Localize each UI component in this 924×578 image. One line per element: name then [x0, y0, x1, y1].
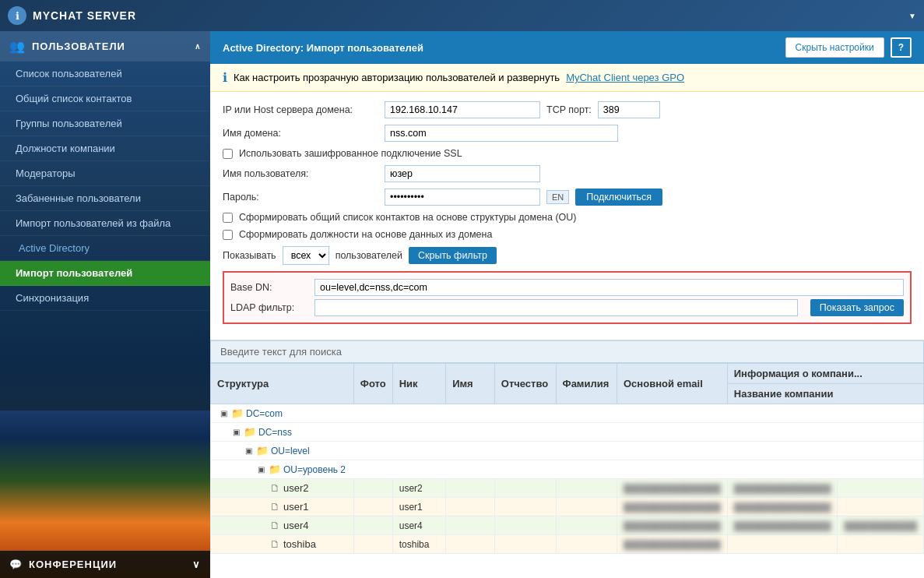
- users-chevron-icon: ∧: [195, 42, 201, 51]
- sidebar-item-users-list[interactable]: Список пользователей: [0, 62, 210, 86]
- sidebar-item-active-directory[interactable]: Active Directory: [0, 236, 210, 261]
- info-link[interactable]: MyChat Client через GPO: [566, 72, 684, 83]
- hide-settings-button[interactable]: Скрыть настройки: [785, 37, 884, 58]
- th-name: Имя: [446, 364, 495, 404]
- user-photo: [353, 516, 392, 535]
- sidebar-conferences-header[interactable]: 💬 КОНФЕРЕНЦИИ ∨: [0, 551, 210, 578]
- ssl-checkbox[interactable]: [223, 149, 233, 159]
- conferences-icon: 💬: [9, 559, 23, 570]
- user-email: ████████████████: [617, 516, 728, 535]
- tcp-input[interactable]: [598, 101, 660, 118]
- user-company-name: [838, 535, 924, 554]
- collapse-icon[interactable]: ▣: [233, 428, 240, 436]
- th-familiya: Фамилия: [556, 364, 617, 404]
- sidebar-item-groups[interactable]: Группы пользователей: [0, 111, 210, 136]
- search-placeholder: Введите текст для поиска: [220, 346, 342, 358]
- user-lastname: [556, 516, 617, 535]
- th-nik: Ник: [392, 364, 445, 404]
- user-lastname: [556, 498, 617, 516]
- user-nik: user2: [392, 479, 445, 498]
- content-area: Active Directory: Импорт пользователей С…: [210, 31, 924, 578]
- base-dn-input[interactable]: [314, 279, 904, 296]
- user-name: toshiba: [283, 538, 316, 550]
- positions-label: Сформировать должности на основе данных …: [239, 229, 492, 240]
- password-label: Пароль:: [223, 192, 378, 203]
- top-bar: ℹ MYCHAT SERVER ▼: [0, 0, 924, 31]
- sidebar-item-banned[interactable]: Забаненные пользователи: [0, 186, 210, 211]
- filter-box: Base DN: LDAP фильтр: Показать запрос: [223, 271, 912, 324]
- contacts-row: Сформировать общий список контактов на о…: [223, 212, 912, 223]
- users-section-icon: 👥: [9, 39, 26, 54]
- lang-badge: EN: [546, 190, 569, 204]
- user-lastname: [556, 535, 617, 554]
- user-email: ████████████████: [617, 535, 728, 554]
- user-icon: 🗋: [270, 501, 280, 513]
- ldap-input[interactable]: [314, 299, 798, 316]
- filter-select[interactable]: всех: [283, 246, 329, 265]
- username-input[interactable]: [385, 165, 540, 182]
- th-company-name: Название компании: [727, 384, 923, 404]
- help-button[interactable]: ?: [891, 37, 912, 58]
- user-firstname: [446, 516, 495, 535]
- ssl-label: Использовать зашифрованное подключение S…: [239, 148, 462, 159]
- connect-button[interactable]: Подключиться: [575, 189, 662, 206]
- user-photo: [353, 498, 392, 516]
- user-photo: [353, 535, 392, 554]
- server-title: MYCHAT SERVER: [33, 9, 905, 22]
- ssl-row: Использовать зашифрованное подключение S…: [223, 148, 912, 159]
- user-firstname: [446, 479, 495, 498]
- positions-row: Сформировать должности на основе данных …: [223, 229, 912, 240]
- sidebar-item-sync[interactable]: Синхронизация: [0, 286, 210, 311]
- sidebar-item-import-users[interactable]: Импорт пользователей: [0, 261, 210, 286]
- sidebar-item-moderators[interactable]: Модераторы: [0, 161, 210, 186]
- settings-form: IP или Host сервера домена: TCP порт: Им…: [210, 92, 924, 340]
- user-company-name: [838, 498, 924, 516]
- user-company-info: ████████████████: [727, 516, 838, 535]
- folder-icon: 📁: [244, 426, 256, 438]
- users-label: пользователей: [336, 250, 402, 261]
- domain-input[interactable]: [385, 125, 618, 142]
- user-email: ████████████████: [617, 498, 728, 516]
- user-company-info: [727, 535, 838, 554]
- ip-label: IP или Host сервера домена:: [223, 104, 378, 115]
- sidebar-item-positions[interactable]: Должности компании: [0, 136, 210, 161]
- collapse-icon[interactable]: ▣: [220, 409, 227, 418]
- user-patronymic: [494, 535, 556, 554]
- topbar-arrow[interactable]: ▼: [908, 12, 916, 20]
- user-patronymic: [494, 516, 556, 535]
- user-name: user4: [283, 520, 309, 531]
- user-company-info: ████████████████: [727, 498, 838, 516]
- user-patronymic: [494, 498, 556, 516]
- sidebar-item-import-file[interactable]: Импорт пользователей из файла: [0, 211, 210, 236]
- user-firstname: [446, 498, 495, 516]
- th-email: Основной email: [617, 364, 728, 404]
- tree-node-ou-level2: OU=уровень 2: [283, 464, 346, 475]
- tree-row: ▣ 📁 DC=nss: [211, 423, 924, 442]
- user-patronymic: [494, 479, 556, 498]
- show-query-button[interactable]: Показать запрос: [810, 299, 904, 316]
- username-row: Имя пользователя:: [223, 165, 912, 182]
- folder-icon: 📁: [256, 445, 269, 456]
- ip-input[interactable]: [385, 101, 540, 118]
- user-firstname: [446, 535, 495, 554]
- user-company-info: ████████████████: [727, 479, 838, 498]
- positions-checkbox[interactable]: [223, 230, 233, 240]
- password-input[interactable]: [385, 189, 540, 206]
- contacts-label: Сформировать общий список контактов на о…: [239, 212, 577, 223]
- search-bar: Введите текст для поиска: [210, 340, 924, 363]
- users-table: Структура Фото Ник Имя Отчество: [210, 363, 924, 554]
- info-bar: ℹ Как настроить прозрачную авторизацию п…: [210, 64, 924, 92]
- ip-row: IP или Host сервера домена: TCP порт:: [223, 101, 912, 118]
- user-nik: user1: [392, 498, 445, 516]
- th-structure: Структура: [211, 364, 354, 404]
- domain-row: Имя домена:: [223, 125, 912, 142]
- contacts-checkbox[interactable]: [223, 213, 233, 223]
- user-nik: toshiba: [392, 535, 445, 554]
- sidebar-item-contacts[interactable]: Общий список контактов: [0, 86, 210, 111]
- user-lastname: [556, 479, 617, 498]
- hide-filter-button[interactable]: Скрыть фильтр: [409, 247, 497, 264]
- sidebar-users-header[interactable]: 👥 ПОЛЬЗОВАТЕЛИ ∧: [0, 31, 210, 62]
- collapse-icon[interactable]: ▣: [258, 465, 265, 474]
- collapse-icon[interactable]: ▣: [245, 446, 252, 455]
- tree-node-dc-nss: DC=nss: [258, 427, 292, 438]
